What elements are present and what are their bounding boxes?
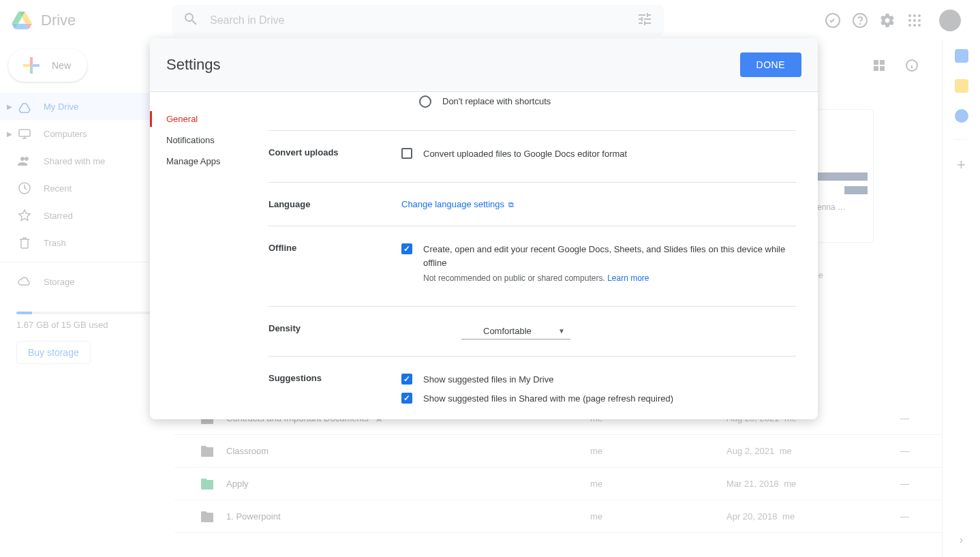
setting-control: Don't replace with shortcuts <box>401 95 796 114</box>
setting-row-suggestions: Suggestions Show suggested files in My D… <box>269 357 796 419</box>
density-select[interactable]: Comfortable ▼ <box>461 323 570 340</box>
settings-nav-manage-apps[interactable]: Manage Apps <box>150 151 252 172</box>
option-text: Show suggested files in My Drive <box>423 373 796 387</box>
done-button[interactable]: DONE <box>740 52 801 77</box>
setting-row-density: Density Comfortable ▼ <box>269 307 796 357</box>
setting-row-language: Language Change language settings ⧉ <box>269 183 796 226</box>
settings-modal: Settings DONE General Notifications Mana… <box>150 38 818 419</box>
settings-nav: General Notifications Manage Apps <box>150 92 252 419</box>
option-text: Convert uploaded files to Google Docs ed… <box>423 147 796 161</box>
option-text: Create, open and edit your recent Google… <box>423 243 796 284</box>
setting-label: Language <box>269 199 401 209</box>
modal-title: Settings <box>166 56 221 74</box>
setting-label: Density <box>269 323 401 340</box>
setting-control: Convert uploaded files to Google Docs ed… <box>401 147 796 166</box>
external-link-icon: ⧉ <box>508 200 514 209</box>
dropdown-arrow-icon: ▼ <box>558 327 565 335</box>
setting-label: Convert uploads <box>269 147 401 166</box>
option-text: Show suggested files in Shared with me (… <box>423 392 796 406</box>
setting-row-offline: Offline Create, open and edit your recen… <box>269 226 796 307</box>
setting-row-shortcuts: Don't replace with shortcuts <box>269 92 796 131</box>
checkbox-option[interactable]: Show suggested files in Shared with me (… <box>401 392 796 406</box>
setting-control: Create, open and edit your recent Google… <box>401 243 796 290</box>
settings-nav-notifications[interactable]: Notifications <box>150 130 252 151</box>
radio-icon <box>419 95 431 108</box>
checkbox-icon <box>401 393 412 404</box>
setting-control: Comfortable ▼ <box>401 323 796 340</box>
option-subtext: Not recommended on public or shared comp… <box>423 272 796 284</box>
density-value: Comfortable <box>483 326 532 336</box>
setting-control: Change language settings ⧉ <box>401 199 796 209</box>
radio-option[interactable]: Don't replace with shortcuts <box>419 95 796 108</box>
checkbox-option[interactable]: Show suggested files in My Drive <box>401 373 796 387</box>
checkbox-icon <box>401 148 412 159</box>
setting-row-convert: Convert uploads Convert uploaded files t… <box>269 131 796 183</box>
learn-more-link[interactable]: Learn more <box>607 273 649 283</box>
checkbox-option[interactable]: Convert uploaded files to Google Docs ed… <box>401 147 796 161</box>
modal-header: Settings DONE <box>150 38 818 92</box>
modal-body: General Notifications Manage Apps Don't … <box>150 92 818 419</box>
option-text: Don't replace with shortcuts <box>442 95 796 108</box>
setting-label: Suggestions <box>269 373 401 410</box>
setting-label: Offline <box>269 243 401 290</box>
checkbox-option[interactable]: Create, open and edit your recent Google… <box>401 243 796 284</box>
checkbox-icon <box>401 374 412 385</box>
setting-label <box>269 95 401 114</box>
setting-control: Show suggested files in My Drive Show su… <box>401 373 796 410</box>
checkbox-icon <box>401 243 412 254</box>
settings-nav-general[interactable]: General <box>150 108 252 130</box>
change-language-link[interactable]: Change language settings ⧉ <box>401 199 514 209</box>
settings-content[interactable]: Don't replace with shortcuts Convert upl… <box>252 92 818 419</box>
